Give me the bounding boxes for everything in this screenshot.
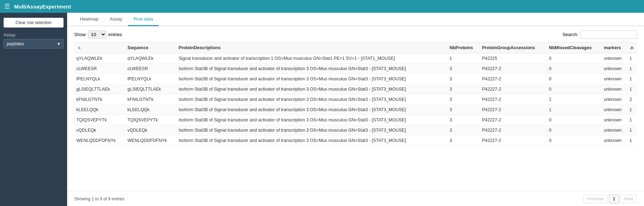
cell-row2-col2: Isoform Stat3B of Signal transducer and … (177, 74, 448, 84)
showing-text: Showing 1 to 9 of 9 entries (74, 196, 124, 201)
cell-row5-col3: 3 (447, 105, 480, 115)
cell-row4-col5: 1 (547, 95, 602, 105)
cell-row1-col2: Isoform Stat3B of Signal transducer and … (177, 64, 448, 74)
top-bar: ☰ MultiAssayExperiment (0, 0, 644, 13)
cell-row2-col7: 1 (627, 74, 637, 84)
cell-row7-col5: 0 (547, 125, 602, 136)
cell-row7-col7: 1 (627, 125, 637, 136)
cell-row7-col1: vQDLEQk (125, 125, 177, 136)
page-1-button[interactable]: 1 (609, 195, 619, 203)
table-row[interactable]: cLWEESRcLWEESRIsoform Stat3B of Signal t… (74, 64, 637, 74)
cell-row6-col2: Isoform Stat3B of Signal transducer and … (177, 115, 448, 125)
entries-per-page-select[interactable]: 10 25 50 100 (88, 30, 106, 39)
col-header-nbproteins[interactable]: NbProteins (447, 42, 480, 53)
cell-row6-col7: 1 (627, 115, 637, 125)
tab-assay[interactable]: Assay (104, 13, 128, 26)
tab-heatmap[interactable]: Heatmap (74, 13, 104, 26)
cell-row8-col6: unknown (602, 136, 627, 146)
cell-row4-col6: unknown (602, 95, 627, 105)
table-row[interactable]: gLSIEQLTTLAEkgLSIEQLTTLAEkIsoform Stat3B… (74, 84, 637, 95)
cell-row1-col1: cLWEESR (125, 64, 177, 74)
cell-row6-col6: unknown (602, 115, 627, 125)
show-label: Show (74, 32, 86, 37)
cell-row8-col2: Isoform Stat3B of Signal transducer and … (177, 136, 448, 146)
cell-row3-col4: P42227-2 (480, 84, 547, 95)
table-row[interactable]: TQIQSVEPYTkTQIQSVEPYTkIsoform Stat3B of … (74, 115, 637, 125)
tab-rowdata[interactable]: Row data (128, 13, 159, 26)
show-entries-control: Show 10 25 50 100 entries (74, 30, 122, 39)
col-header-proteingroupaccessions[interactable]: ProteinGroupAccessions (480, 42, 547, 53)
cell-row1-col3: 3 (447, 64, 480, 74)
cell-row4-col7: 2 (627, 95, 637, 105)
table-row[interactable]: kLEELQQkkLEELQQkIsoform Stat3B of Signal… (74, 105, 637, 115)
cell-row5-col7: 1 (627, 105, 637, 115)
sidebar: Clear row selection Assay: peptides ▼ (0, 13, 67, 206)
hamburger-icon[interactable]: ☰ (4, 2, 10, 10)
next-button[interactable]: Next (620, 195, 637, 203)
cell-row7-col0: vQDLEQk (74, 125, 125, 136)
cell-row3-col5: 0 (547, 84, 602, 95)
cell-row6-col0: TQIQSVEPYTk (74, 115, 125, 125)
col-header-sequence[interactable]: Sequence (125, 42, 177, 53)
cell-row0-col1: qYLAQWLEk (125, 53, 177, 64)
cell-row7-col4: P42227-2 (480, 125, 547, 136)
cell-row5-col4: P42227-2 (480, 105, 547, 115)
assay-select[interactable]: peptides (4, 39, 64, 48)
entries-label: entries (108, 32, 122, 37)
cell-row8-col5: 0 (547, 136, 602, 146)
table-row[interactable]: qYLAQWLEkqYLAQWLEkSignal transducer and … (74, 53, 637, 64)
cell-row1-col4: P42227-2 (480, 64, 547, 74)
pagination: Previous 1 Next (583, 195, 637, 203)
cell-row5-col5: 1 (547, 105, 602, 115)
cell-row6-col5: 0 (547, 115, 602, 125)
cell-row3-col6: unknown (602, 84, 627, 95)
cell-row5-col0: kLEELQQk (74, 105, 125, 115)
search-input[interactable] (580, 30, 637, 39)
table-row[interactable]: kFNILGTNTkkFNILGTNTkIsoform Stat3B of Si… (74, 95, 637, 105)
table-row[interactable]: fPELNYQLkfPELNYQLkIsoform Stat3B of Sign… (74, 74, 637, 84)
cell-row6-col3: 3 (447, 115, 480, 125)
col-header-nbmissedcleavages[interactable]: NbMissedCleavages (547, 42, 602, 53)
cell-row2-col6: unknown (602, 74, 627, 84)
col-header-rowname[interactable]: ⇅ (74, 42, 125, 53)
cell-row6-col4: P42227-2 (480, 115, 547, 125)
search-label: Search: (562, 32, 578, 37)
cell-row2-col1: fPELNYQLk (125, 74, 177, 84)
data-table: ⇅ Sequence ProteinDescriptions NbProtein… (74, 42, 637, 146)
cell-row4-col4: P42227-2 (480, 95, 547, 105)
cell-row8-col7: 1 (627, 136, 637, 146)
prev-button[interactable]: Previous (583, 195, 608, 203)
tabs-bar: Heatmap Assay Row data (67, 13, 644, 26)
cell-row3-col3: 3 (447, 84, 480, 95)
cell-row8-col1: WENLQDDFDFNYk (125, 136, 177, 146)
table-row[interactable]: vQDLEQkvQDLEQkIsoform Stat3B of Signal t… (74, 125, 637, 136)
cell-row8-col4: P42227-2 (480, 136, 547, 146)
cell-row0-col3: 1 (447, 53, 480, 64)
cell-row7-col3: 3 (447, 125, 480, 136)
cell-row0-col6: unknown (602, 53, 627, 64)
search-row: Search: (562, 30, 637, 39)
cell-row0-col5: 0 (547, 53, 602, 64)
table-row[interactable]: WENLQDDFDFNYkWENLQDDFDFNYkIsoform Stat3B… (74, 136, 637, 146)
assay-section: Assay: peptides ▼ (4, 33, 64, 48)
cell-row5-col2: Isoform Stat3B of Signal transducer and … (177, 105, 448, 115)
cell-row7-col2: Isoform Stat3B of Signal transducer and … (177, 125, 448, 136)
cell-row1-col5: 0 (547, 64, 602, 74)
cell-row3-col1: gLSIEQLTTLAEk (125, 84, 177, 95)
col-header-markers[interactable]: markers (602, 42, 627, 53)
assay-select-wrapper: peptides ▼ (4, 39, 64, 48)
cell-row5-col1: kLEELQQk (125, 105, 177, 115)
clear-row-selection-button[interactable]: Clear row selection (4, 18, 64, 28)
cell-row1-col6: unknown (602, 64, 627, 74)
col-header-proteindescriptions[interactable]: ProteinDescriptions (177, 42, 448, 53)
cell-row8-col0: WENLQDDFDFNYk (74, 136, 125, 146)
cell-row1-col7: 1 (627, 64, 637, 74)
table-header-row: ⇅ Sequence ProteinDescriptions NbProtein… (74, 42, 637, 53)
controls-row: Show 10 25 50 100 entries Search: (74, 30, 637, 39)
cell-row6-col1: TQIQSVEPYTk (125, 115, 177, 125)
col-header-n[interactable]: .n (627, 42, 637, 53)
cell-row0-col2: Signal transducer and activator of trans… (177, 53, 448, 64)
assay-label: Assay: (4, 33, 64, 38)
cell-row1-col0: cLWEESR (74, 64, 125, 74)
cell-row4-col2: Isoform Stat3B of Signal transducer and … (177, 95, 448, 105)
